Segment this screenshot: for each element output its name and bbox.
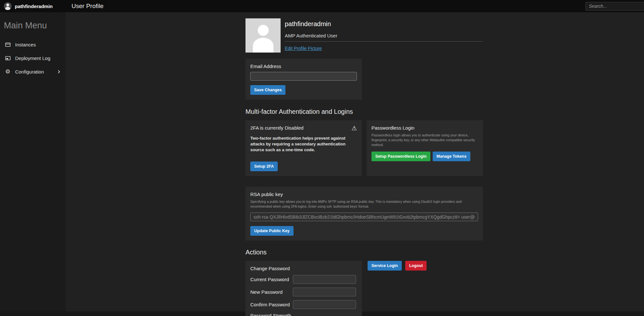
main-area: pathfinderadmin AMP Authenticated User E… (66, 12, 644, 311)
confirm-password-input[interactable] (293, 300, 356, 309)
rsa-title: RSA public key (250, 192, 478, 197)
twofa-status-title: 2FA is currently Disabled (250, 125, 303, 131)
email-panel: Email Address Save Changes (245, 59, 362, 100)
profile-name: pathfinderadmin (285, 20, 483, 28)
setup-2fa-button[interactable]: Setup 2FA (250, 162, 278, 171)
logout-button[interactable]: Logout (405, 261, 427, 271)
page-title: User Profile (72, 3, 103, 10)
configuration-gears-icon: ⚙︎ (5, 68, 11, 75)
new-password-row: New Password (250, 288, 357, 296)
search-input[interactable] (585, 2, 644, 11)
sidebar-item-label: Configuration (15, 69, 44, 74)
sidebar-item-deployment-log[interactable]: Deployment Log (0, 51, 66, 65)
service-login-button[interactable]: Service Login (368, 261, 402, 271)
instances-icon (5, 41, 11, 48)
sidebar-item-configuration[interactable]: ⚙︎ Configuration (0, 65, 66, 78)
actions-section-heading: Actions (245, 249, 483, 256)
rsa-public-key-panel: RSA public key Specifying a public key a… (245, 187, 483, 241)
sidebar-item-label: Deployment Log (15, 55, 50, 61)
change-password-title: Change Password (250, 266, 357, 271)
change-password-panel: Change Password Current Password New Pas… (245, 261, 362, 316)
deployment-log-icon (5, 55, 11, 61)
twofa-description: Two-factor authentication helps prevent … (250, 135, 357, 153)
email-label: Email Address (250, 64, 357, 69)
topbar: pathfinderadmin User Profile (0, 0, 644, 12)
mfa-section-heading: Multi-factor Authentication and Logins (245, 108, 483, 115)
sidebar-heading: Main Menu (0, 21, 66, 38)
save-changes-button[interactable]: Save Changes (250, 85, 285, 95)
password-strength-label: Password Strength (250, 313, 357, 316)
topbar-username: pathfinderadmin (15, 4, 53, 9)
current-password-label: Current Password (250, 277, 293, 282)
current-password-row: Current Password (250, 275, 357, 284)
user-avatar-icon (4, 2, 12, 10)
confirm-password-row: Confirm Password (250, 300, 357, 309)
update-public-key-button[interactable]: Update Public Key (250, 226, 293, 236)
chevron-right-icon (56, 69, 61, 74)
profile-picture (245, 18, 281, 53)
profile-header: pathfinderadmin AMP Authenticated User E… (245, 18, 483, 53)
sidebar: Main Menu Instances Deployment Log ⚙︎ (0, 12, 66, 311)
email-input[interactable] (250, 72, 357, 81)
rsa-description: Specifying a public key allows you to lo… (250, 199, 478, 209)
passwordless-title: Passwordless Login (371, 125, 478, 131)
warning-icon: ⚠ (351, 125, 357, 131)
edit-profile-picture-link[interactable]: Edit Profile Picture (285, 46, 322, 51)
sidebar-item-instances[interactable]: Instances (0, 38, 66, 51)
passwordless-description: Passwordless login allows you to authent… (371, 133, 478, 148)
new-password-label: New Password (250, 289, 293, 295)
new-password-input[interactable] (293, 288, 356, 296)
sidebar-item-label: Instances (15, 42, 36, 47)
profile-subtitle: AMP Authenticated User (285, 33, 483, 42)
passwordless-panel: Passwordless Login Passwordless login al… (367, 120, 483, 176)
manage-tokens-button[interactable]: Manage Tokens (433, 152, 470, 161)
topbar-user[interactable]: pathfinderadmin (0, 2, 66, 10)
confirm-password-label: Confirm Password (250, 302, 293, 307)
current-password-input[interactable] (293, 275, 356, 284)
rsa-public-key-input[interactable] (250, 212, 478, 221)
setup-passwordless-login-button[interactable]: Setup Passwordless Login (371, 152, 430, 161)
twofa-panel: 2FA is currently Disabled ⚠ Two-factor a… (245, 120, 362, 176)
